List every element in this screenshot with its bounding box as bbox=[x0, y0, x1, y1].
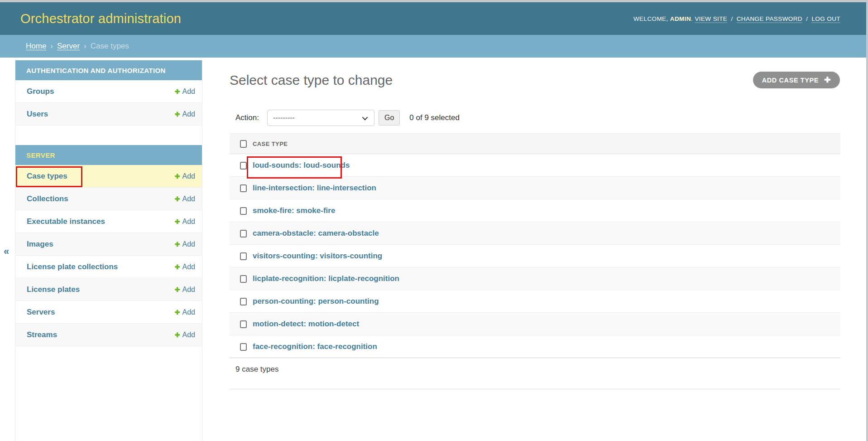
view-site-link[interactable]: VIEW SITE bbox=[695, 15, 727, 23]
welcome-text: WELCOME, bbox=[633, 15, 668, 22]
plus-icon: ✚ bbox=[175, 196, 180, 202]
case-type-link[interactable]: loud-sounds: loud-sounds bbox=[253, 161, 350, 170]
plus-icon: ✚ bbox=[175, 332, 180, 338]
case-type-link[interactable]: motion-detect: motion-detect bbox=[253, 320, 359, 328]
sidebar-item: Groups ✚Add bbox=[15, 80, 202, 103]
table-row: camera-obstacle: camera-obstacle bbox=[230, 222, 840, 245]
page-title: Select case type to change bbox=[230, 58, 840, 88]
sidebar-model-link[interactable]: Images bbox=[27, 240, 53, 249]
sidebar-add-link[interactable]: ✚Add bbox=[175, 286, 195, 294]
table-row: line-intersection: line-intersection bbox=[230, 177, 840, 199]
row-checkbox[interactable] bbox=[240, 162, 247, 170]
sidebar-model-link[interactable]: Servers bbox=[27, 308, 55, 317]
case-type-link[interactable]: smoke-fire: smoke-fire bbox=[253, 206, 335, 215]
window-frame-right bbox=[866, 0, 868, 441]
sidebar-add-link[interactable]: ✚Add bbox=[175, 331, 195, 339]
go-button[interactable]: Go bbox=[379, 110, 400, 126]
add-case-type-button[interactable]: ADD CASE TYPE ✚ bbox=[753, 72, 840, 88]
plus-icon: ✚ bbox=[175, 309, 180, 315]
case-type-link[interactable]: face-recognition: face-recognition bbox=[253, 342, 377, 351]
section-header-authentication: AUTHENTICATION AND AUTHORIZATION bbox=[15, 60, 202, 80]
plus-icon: ✚ bbox=[175, 111, 180, 117]
row-checkbox[interactable] bbox=[240, 252, 247, 260]
column-header-case-type: CASE TYPE bbox=[253, 134, 840, 154]
breadcrumb-separator: › bbox=[84, 42, 86, 51]
row-checkbox[interactable] bbox=[240, 343, 247, 351]
case-type-link[interactable]: camera-obstacle: camera-obstacle bbox=[253, 229, 379, 237]
table-row: loud-sounds: loud-sounds bbox=[230, 154, 840, 177]
link-separator: / bbox=[731, 15, 733, 22]
sidebar-collapse-toggle[interactable]: « bbox=[4, 247, 9, 257]
row-checkbox[interactable] bbox=[240, 230, 247, 237]
sidebar-item: Servers ✚Add bbox=[15, 301, 202, 324]
sidebar-add-link[interactable]: ✚Add bbox=[175, 263, 195, 271]
breadcrumb: Home › Server › Case types bbox=[0, 35, 866, 58]
sidebar-model-link[interactable]: Collections bbox=[27, 194, 68, 204]
table-row: smoke-fire: smoke-fire bbox=[230, 199, 840, 222]
action-label: Action: bbox=[235, 113, 259, 122]
sidebar-model-link[interactable]: Streams bbox=[27, 330, 57, 339]
sidebar-add-link[interactable]: ✚Add bbox=[175, 172, 195, 180]
sidebar-section-auth: AUTHENTICATION AND AUTHORIZATION Groups … bbox=[15, 60, 202, 126]
selection-counter: 0 of 9 selected bbox=[409, 113, 460, 122]
app-header: Orchestrator administration WELCOME, ADM… bbox=[0, 2, 866, 35]
row-checkbox[interactable] bbox=[240, 275, 247, 283]
sidebar-model-link[interactable]: Users bbox=[27, 110, 48, 119]
main-content: Select case type to change ADD CASE TYPE… bbox=[230, 58, 840, 389]
plus-icon: ✚ bbox=[175, 241, 180, 247]
sidebar-item: Executable instances ✚Add bbox=[15, 210, 202, 233]
table-header-row: CASE TYPE bbox=[230, 134, 840, 154]
sidebar-add-link[interactable]: ✚Add bbox=[175, 110, 195, 118]
paginator-count: 9 case types bbox=[230, 358, 840, 389]
chevron-down-icon bbox=[362, 114, 368, 120]
row-checkbox[interactable] bbox=[240, 320, 247, 328]
sidebar-model-link[interactable]: Case types bbox=[27, 172, 67, 181]
case-type-link[interactable]: line-intersection: line-intersection bbox=[253, 184, 376, 192]
breadcrumb-home-link[interactable]: Home bbox=[26, 42, 46, 51]
log-out-link[interactable]: LOG OUT bbox=[811, 15, 840, 23]
sidebar-add-link[interactable]: ✚Add bbox=[175, 218, 195, 226]
plus-icon: ✚ bbox=[175, 218, 180, 225]
sidebar-item: Case types ✚Add bbox=[15, 165, 202, 188]
window-frame-top bbox=[0, 0, 868, 2]
site-title[interactable]: Orchestrator administration bbox=[20, 11, 181, 26]
link-separator: / bbox=[806, 15, 808, 22]
object-tools: ADD CASE TYPE ✚ bbox=[753, 72, 840, 88]
sidebar-add-link[interactable]: ✚Add bbox=[175, 240, 195, 248]
sidebar-model-link[interactable]: License plate collections bbox=[27, 262, 118, 271]
username: ADMIN bbox=[670, 15, 691, 22]
sidebar-item: Streams ✚Add bbox=[15, 324, 202, 346]
sidebar-item: License plate collections ✚Add bbox=[15, 256, 202, 278]
sidebar-item: Users ✚Add bbox=[15, 103, 202, 126]
sidebar-model-link[interactable]: Executable instances bbox=[27, 217, 105, 226]
row-checkbox[interactable] bbox=[240, 298, 247, 305]
select-all-checkbox[interactable] bbox=[240, 140, 247, 148]
case-type-link[interactable]: licplate-recognition: licplate-recogniti… bbox=[253, 274, 399, 283]
table-row: person-counting: person-counting bbox=[230, 290, 840, 313]
sidebar-item: Images ✚Add bbox=[15, 233, 202, 256]
sidebar-add-link[interactable]: ✚Add bbox=[175, 308, 195, 316]
action-select[interactable]: --------- bbox=[267, 110, 374, 126]
welcome-dot: . bbox=[691, 15, 693, 22]
breadcrumb-server-link[interactable]: Server bbox=[57, 42, 80, 51]
sidebar-item: License plates ✚Add bbox=[15, 278, 202, 301]
sidebar-model-link[interactable]: License plates bbox=[27, 285, 80, 294]
table-row: licplate-recognition: licplate-recogniti… bbox=[230, 267, 840, 290]
sidebar-add-link[interactable]: ✚Add bbox=[175, 195, 195, 203]
row-checkbox[interactable] bbox=[240, 207, 247, 215]
case-type-link[interactable]: visitors-counting: visitors-counting bbox=[253, 252, 382, 260]
sidebar-add-link[interactable]: ✚Add bbox=[175, 87, 195, 96]
user-tools: WELCOME, ADMIN. VIEW SITE / CHANGE PASSW… bbox=[633, 15, 840, 22]
actions-bar: Action: --------- Go 0 of 9 selected bbox=[235, 110, 840, 126]
plus-icon: ✚ bbox=[175, 173, 180, 179]
sidebar-item: Collections ✚Add bbox=[15, 188, 202, 210]
table-row: face-recognition: face-recognition bbox=[230, 335, 840, 358]
section-header-server: SERVER bbox=[15, 145, 202, 165]
case-type-link[interactable]: person-counting: person-counting bbox=[253, 297, 379, 305]
breadcrumb-current: Case types bbox=[91, 42, 129, 51]
change-password-link[interactable]: CHANGE PASSWORD bbox=[737, 15, 802, 23]
sidebar-model-link[interactable]: Groups bbox=[27, 87, 54, 96]
row-checkbox[interactable] bbox=[240, 184, 247, 192]
sidebar: AUTHENTICATION AND AUTHORIZATION Groups … bbox=[15, 60, 202, 441]
plus-icon: ✚ bbox=[175, 264, 180, 270]
